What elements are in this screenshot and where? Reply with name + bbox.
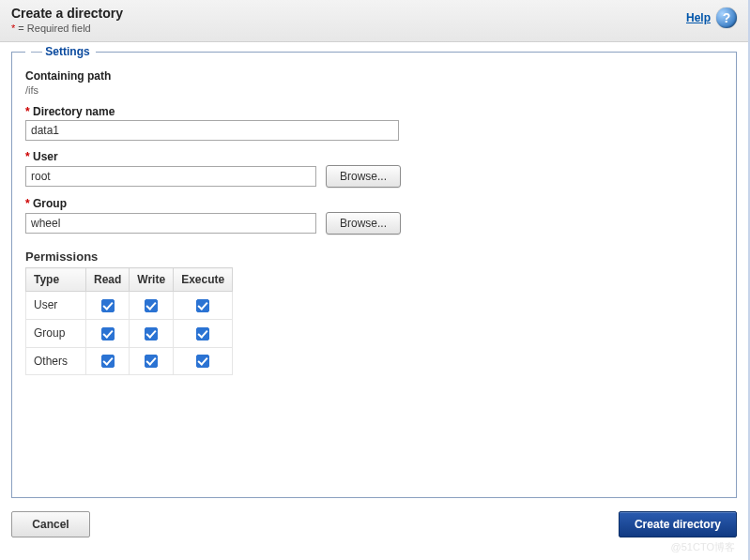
directory-name-label: * Directory name bbox=[25, 105, 723, 118]
user-label: * User bbox=[25, 150, 723, 163]
settings-panel: — Settings Containing path /ifs * Direct… bbox=[11, 52, 737, 498]
containing-path-value: /ifs bbox=[25, 84, 723, 96]
group-field: * Group Browse... bbox=[25, 197, 723, 235]
table-row: Others bbox=[26, 347, 233, 375]
footer: Cancel Create directory bbox=[0, 507, 748, 549]
settings-legend: — Settings bbox=[25, 45, 96, 58]
dialog-container: Create a directory * = Required field He… bbox=[0, 0, 750, 560]
table-row: User bbox=[26, 292, 233, 320]
col-type: Type bbox=[26, 268, 86, 292]
user-input[interactable] bbox=[25, 166, 316, 187]
col-read: Read bbox=[86, 268, 130, 292]
cancel-button[interactable]: Cancel bbox=[11, 511, 90, 537]
perm-type-cell: Others bbox=[26, 347, 86, 375]
col-write: Write bbox=[130, 268, 174, 292]
permissions-header-row: Type Read Write Execute bbox=[26, 268, 233, 292]
perm-others-read-checkbox[interactable] bbox=[101, 355, 115, 368]
directory-name-label-text: Directory name bbox=[33, 105, 115, 118]
containing-path-field: Containing path /ifs bbox=[25, 69, 723, 96]
user-browse-button[interactable]: Browse... bbox=[326, 165, 401, 188]
table-row: Group bbox=[26, 319, 233, 347]
perm-group-read-checkbox[interactable] bbox=[101, 327, 115, 341]
containing-path-label: Containing path bbox=[25, 69, 723, 83]
required-star-icon: * bbox=[25, 197, 30, 210]
permissions-table: Type Read Write Execute User Group bbox=[25, 267, 233, 375]
group-browse-button[interactable]: Browse... bbox=[326, 212, 401, 235]
create-directory-button[interactable]: Create directory bbox=[619, 511, 737, 537]
required-field-note: * = Required field bbox=[11, 23, 123, 34]
titlebar: Create a directory * = Required field He… bbox=[0, 0, 748, 42]
user-field: * User Browse... bbox=[25, 150, 723, 188]
required-note-text: = Required field bbox=[15, 23, 90, 34]
perm-type-cell: User bbox=[26, 292, 86, 320]
dialog-title: Create a directory bbox=[11, 6, 123, 21]
help-icon[interactable]: ? bbox=[716, 8, 737, 28]
perm-user-write-checkbox[interactable] bbox=[145, 299, 158, 312]
col-execute: Execute bbox=[174, 268, 233, 292]
help-area: Help ? bbox=[686, 8, 737, 28]
perm-group-execute-checkbox[interactable] bbox=[196, 327, 209, 341]
permissions-title: Permissions bbox=[25, 250, 723, 264]
group-input[interactable] bbox=[25, 213, 316, 234]
required-star-icon: * bbox=[25, 150, 30, 163]
help-link[interactable]: Help bbox=[686, 11, 711, 24]
group-label: * Group bbox=[25, 197, 723, 210]
settings-legend-text: Settings bbox=[45, 45, 89, 58]
directory-name-field: * Directory name bbox=[25, 105, 723, 141]
perm-others-execute-checkbox[interactable] bbox=[196, 355, 209, 368]
group-label-text: Group bbox=[33, 197, 67, 210]
directory-name-input[interactable] bbox=[25, 120, 399, 141]
perm-type-cell: Group bbox=[26, 319, 86, 347]
titlebar-left: Create a directory * = Required field bbox=[11, 6, 123, 34]
user-label-text: User bbox=[33, 150, 58, 163]
perm-user-read-checkbox[interactable] bbox=[101, 299, 115, 312]
perm-user-execute-checkbox[interactable] bbox=[196, 299, 209, 312]
required-star-icon: * bbox=[25, 105, 30, 118]
perm-group-write-checkbox[interactable] bbox=[145, 327, 158, 341]
perm-others-write-checkbox[interactable] bbox=[145, 355, 158, 368]
